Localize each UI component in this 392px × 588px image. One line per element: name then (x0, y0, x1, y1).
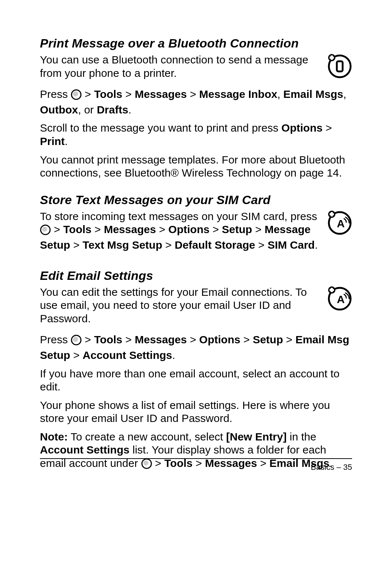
heading-store-sim: Store Text Messages on your SIM Card (40, 193, 352, 207)
text: > (156, 223, 168, 235)
text: > (187, 334, 199, 345)
para-email-list: Your phone shows a list of email setting… (40, 399, 352, 425)
svg-text:A: A (337, 218, 345, 229)
icon-network-feature: A (326, 209, 352, 237)
nav-tools: Tools (94, 88, 122, 100)
nav-account-settings: Account Settings (40, 444, 130, 456)
nav-messages: Messages (135, 334, 187, 345)
text: . (65, 135, 68, 147)
icon-bluetooth-print (326, 53, 352, 80)
text: > (70, 239, 82, 251)
nav-inbox: Message Inbox (199, 88, 277, 100)
nav-setup: Setup (253, 334, 283, 345)
text: > (82, 88, 94, 100)
nav-tools: Tools (94, 334, 122, 345)
svg-rect-1 (337, 61, 343, 71)
svg-point-13 (42, 227, 47, 232)
nav-default-storage: Default Storage (175, 239, 255, 251)
nav-key-icon (71, 89, 82, 103)
nav-options: Options (168, 223, 209, 235)
svg-text:A: A (337, 293, 345, 305)
text: > (91, 223, 104, 235)
text: . (315, 239, 318, 251)
nav-print: Print (40, 135, 65, 147)
text: > (283, 334, 295, 345)
para-multi-account: If you have more than one email account,… (40, 367, 352, 394)
text: > (51, 223, 63, 235)
text: > (70, 349, 82, 361)
footer-page-number: 35 (343, 463, 352, 472)
para-bluetooth-intro: You can use a Bluetooth connection to se… (40, 53, 352, 80)
nav-tools: Tools (63, 223, 91, 235)
svg-point-20 (73, 337, 78, 342)
text: > (187, 88, 199, 100)
heading-print-bluetooth: Print Message over a Bluetooth Connectio… (40, 36, 352, 50)
text: > (252, 223, 265, 235)
nav-drafts: Drafts (97, 104, 128, 116)
text: > (82, 334, 94, 345)
nav-messages: Messages (135, 88, 187, 100)
para-email-intro: You can edit the settings for your Email… (40, 286, 352, 326)
svg-rect-11 (330, 213, 334, 215)
text: , (343, 88, 346, 100)
text: > (122, 334, 135, 345)
text: in the (287, 431, 317, 443)
text: Scroll to the message you want to print … (40, 122, 281, 134)
page-footer: Basics – 35 (40, 458, 352, 472)
text: > (162, 239, 175, 251)
text: > (255, 239, 268, 251)
para-scroll-print: Scroll to the message you want to print … (40, 121, 352, 148)
nav-options: Options (199, 334, 240, 345)
svg-rect-18 (330, 289, 334, 291)
footer-sep: – (334, 463, 343, 472)
para-store-sim: To store incoming text messages on your … (40, 210, 352, 252)
text: To store incoming text messages on your … (40, 210, 317, 222)
text: . (128, 104, 131, 116)
text: To create a new account, select (68, 431, 226, 443)
nav-account-settings: Account Settings (83, 349, 172, 361)
nav-key-icon (71, 335, 82, 349)
heading-edit-email: Edit Email Settings (40, 269, 352, 283)
icon-network-feature: A (326, 285, 352, 312)
text: , (277, 88, 283, 100)
note-label: Note: (40, 431, 68, 443)
text: > (323, 122, 332, 134)
para-bluetooth-nav: Press > Tools > Messages > Message Inbox… (40, 88, 352, 116)
para-templates-note: You cannot print message templates. For … (40, 153, 352, 180)
nav-outbox: Outbox (40, 104, 78, 116)
svg-rect-4 (330, 57, 334, 59)
nav-messages: Messages (104, 223, 156, 235)
footer-text: Basics – 35 (40, 463, 352, 472)
text: . (172, 349, 175, 361)
footer-rule (40, 458, 352, 459)
nav-setup: Setup (222, 223, 252, 235)
nav-key-icon (40, 224, 51, 239)
nav-text-msg-setup: Text Msg Setup (83, 239, 162, 251)
text: > (240, 334, 253, 345)
nav-new-entry: [New Entry] (226, 431, 287, 443)
nav-options: Options (281, 122, 322, 134)
svg-point-6 (73, 91, 78, 96)
text: > (209, 223, 222, 235)
nav-sim-card: SIM Card (268, 239, 315, 251)
footer-section: Basics (311, 463, 334, 472)
manual-page: Print Message over a Bluetooth Connectio… (0, 0, 392, 588)
para-email-nav: Press > Tools > Messages > Options > Set… (40, 333, 352, 362)
text: > (122, 88, 135, 100)
text: Press (40, 334, 71, 345)
text: Press (40, 88, 71, 100)
text: , or (78, 104, 97, 116)
nav-email-msgs: Email Msgs (283, 88, 343, 100)
